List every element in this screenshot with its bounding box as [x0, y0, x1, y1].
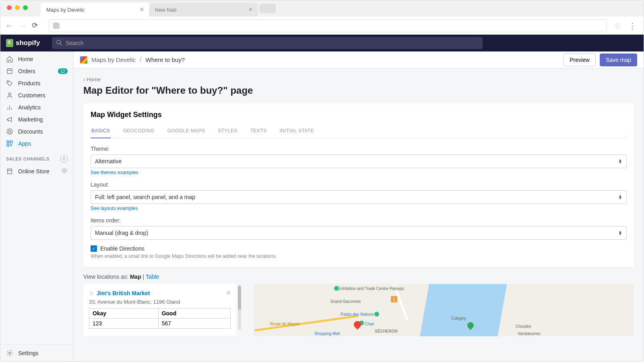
table-row: Okay Good — [89, 309, 231, 319]
tab-google-maps[interactable]: GOOGLE MAPS — [167, 125, 206, 138]
scrollbar[interactable] — [238, 286, 241, 330]
location-card: ☆ Jim's British Market × 33, Avenue du M… — [83, 284, 236, 336]
sidebar-item-label: Online Store — [18, 168, 56, 175]
map-poi-label: Palais des Nations — [341, 312, 374, 317]
window-minimize[interactable] — [15, 5, 20, 10]
search-placeholder: Search — [66, 40, 83, 46]
section-label: SALES CHANNELS — [6, 156, 50, 161]
sidebar-item-label: Customers — [18, 92, 68, 99]
sidebar-item-label: Analytics — [18, 104, 68, 111]
tab-texts[interactable]: TEXTS — [250, 125, 268, 138]
shopify-bag-icon — [6, 39, 13, 47]
sidebar-item-analytics[interactable]: Analytics — [0, 101, 73, 113]
preview-button[interactable]: Preview — [564, 53, 596, 66]
sidebar-item-discounts[interactable]: Discounts — [0, 125, 73, 138]
checkbox-checked-icon: ✓ — [91, 245, 97, 252]
sidebar-section-header: SALES CHANNELS + — [0, 150, 73, 165]
close-icon[interactable]: × — [249, 6, 252, 13]
tab-basics[interactable]: BASICS — [91, 125, 111, 138]
eye-icon[interactable] — [61, 167, 68, 175]
sidebar-item-marketing[interactable]: Marketing — [0, 113, 73, 125]
sidebar-item-label: Discounts — [18, 128, 68, 135]
sidebar-item-label: Home — [18, 56, 68, 62]
browser-chrome: Maps by Develic × New Nab × ← → ⟳ ☆ ⋮ — [0, 0, 644, 35]
add-channel-icon[interactable]: + — [60, 155, 68, 162]
location-table: Okay Good 123 567 — [89, 308, 231, 329]
theme-select[interactable]: Alternative ▲▼ — [91, 154, 627, 168]
svg-point-4 — [8, 93, 11, 95]
shopify-logo[interactable]: shopify — [6, 39, 40, 47]
tab-title: Maps by Develic — [46, 7, 85, 13]
view-as-map[interactable]: Map — [130, 274, 141, 280]
sidebar-item-customers[interactable]: Customers — [0, 89, 73, 101]
breadcrumb-app[interactable]: Maps by Develic — [91, 56, 136, 63]
svg-rect-12 — [7, 141, 9, 143]
svg-rect-14 — [7, 144, 9, 146]
enable-directions-checkbox[interactable]: ✓ Enable Directions — [91, 245, 627, 252]
close-icon[interactable]: × — [226, 289, 231, 297]
marketing-icon — [6, 116, 13, 123]
shopify-header: shopify Search — [0, 35, 644, 51]
star-icon[interactable]: ☆ — [89, 290, 94, 296]
table-cell: 567 — [158, 319, 230, 329]
orders-icon — [6, 68, 13, 75]
products-icon — [6, 80, 13, 87]
map-poi-icon — [334, 286, 339, 291]
sidebar-item-home[interactable]: Home — [0, 53, 73, 65]
back-button[interactable]: ← — [4, 21, 14, 31]
orders-badge: 12 — [58, 68, 68, 74]
search-input[interactable]: Search — [52, 37, 483, 49]
svg-rect-2 — [7, 69, 12, 74]
forward-button[interactable]: → — [18, 21, 28, 31]
map-poi-label: Shopping Mall — [314, 331, 340, 336]
view-as-row: View locations as: Map | Table — [83, 274, 634, 280]
map-poi-label: Exhibition and Trade Centre Palexpo — [339, 286, 404, 291]
sidebar-item-label: Orders — [18, 68, 53, 74]
settings-label: Settings — [18, 350, 39, 356]
map-poi-label: Vandœuvres — [518, 331, 541, 336]
bookmark-icon[interactable]: ☆ — [614, 21, 621, 31]
sidebar-item-orders[interactable]: Orders 12 — [0, 65, 73, 77]
brand-text: shopify — [16, 39, 40, 47]
tab-styles[interactable]: STYLES — [217, 125, 238, 138]
chevron-updown-icon: ▲▼ — [618, 159, 622, 164]
save-button[interactable]: Save map — [600, 53, 637, 66]
reload-button[interactable]: ⟳ — [32, 21, 41, 31]
tab-initial-state[interactable]: INITIAL STATE — [279, 125, 315, 138]
breadcrumb-sep: / — [140, 56, 141, 64]
table-row: 123 567 — [89, 319, 231, 329]
page-title: Map Editor for "Where to buy?" page — [83, 85, 634, 96]
window-maximize[interactable] — [23, 5, 28, 10]
layout-help-link[interactable]: See layouts examples — [91, 206, 138, 211]
view-as-sep: | — [141, 274, 146, 280]
order-select[interactable]: Manual (drag & drop) ▲▼ — [91, 226, 627, 240]
sidebar-item-apps[interactable]: Apps — [0, 138, 73, 150]
layout-value: Full: left panel, search panel, and a ma… — [95, 194, 195, 200]
theme-help-link[interactable]: See themes examples — [91, 170, 138, 175]
customers-icon — [6, 92, 13, 99]
breadcrumb-current: Where to buy? — [146, 56, 185, 63]
map-poi-label: Route de Meyrin — [270, 322, 299, 326]
url-bar[interactable] — [49, 19, 607, 32]
sidebar-item-online-store[interactable]: Online Store — [0, 165, 73, 177]
analytics-icon — [6, 104, 13, 111]
table-cell: 123 — [89, 319, 159, 329]
location-name[interactable]: Jim's British Market — [97, 290, 150, 296]
layout-select[interactable]: Full: left panel, search panel, and a ma… — [91, 190, 627, 204]
map-view[interactable]: Exhibition and Trade Centre Palexpo Gran… — [254, 284, 634, 336]
view-as-table[interactable]: Table — [146, 274, 159, 280]
back-link[interactable]: ‹ Home — [83, 72, 634, 85]
new-tab-button[interactable] — [260, 4, 276, 13]
tab-geocoding[interactable]: GEOCODING — [122, 125, 155, 138]
main-content: Maps by Develic / Where to buy? Preview … — [74, 51, 644, 362]
search-icon — [56, 39, 62, 47]
view-as-prefix: View locations as: — [83, 274, 130, 280]
browser-tab-active[interactable]: Maps by Develic × — [41, 3, 149, 16]
browser-tab-inactive[interactable]: New Nab × — [149, 3, 258, 16]
chevron-left-icon: ‹ — [83, 76, 85, 82]
close-icon[interactable]: × — [140, 6, 144, 13]
menu-icon[interactable]: ⋮ — [625, 21, 640, 31]
sidebar-item-products[interactable]: Products — [0, 77, 73, 89]
window-close[interactable] — [7, 5, 12, 10]
sidebar-settings[interactable]: Settings — [0, 344, 73, 362]
